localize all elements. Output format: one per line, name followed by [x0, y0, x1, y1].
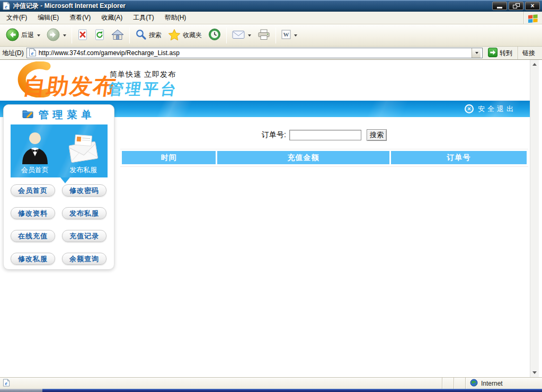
document-icon: e — [3, 379, 10, 388]
menu-file[interactable]: 文件(F) — [1, 11, 32, 24]
back-button[interactable]: 后退 — [3, 26, 43, 45]
refresh-button[interactable] — [91, 26, 108, 44]
window-title: 冲值记录 - Microsoft Internet Explorer — [13, 2, 491, 11]
search-label: 搜索 — [149, 31, 162, 40]
order-search-button[interactable]: 搜索 — [367, 129, 387, 141]
favorites-button[interactable]: 收藏夹 — [165, 26, 205, 44]
search-icon — [135, 29, 147, 42]
close-button[interactable]: × — [525, 2, 540, 10]
menu-tools[interactable]: 工具(T) — [128, 11, 159, 24]
menu-button-online-recharge[interactable]: 在线充值 — [11, 230, 55, 242]
logo-title: 自助发布 — [21, 72, 119, 101]
featured-label: 发布私服 — [69, 165, 97, 175]
scroll-up-button[interactable] — [530, 60, 539, 69]
menu-button-recharge-records[interactable]: 充值记录 — [62, 230, 106, 242]
forward-button[interactable] — [43, 26, 69, 45]
menu-favorites[interactable]: 收藏(A) — [96, 11, 128, 24]
go-button[interactable]: 转到 — [485, 47, 515, 59]
status-pane — [454, 378, 465, 389]
menu-button-balance-inquiry[interactable]: 余额查询 — [62, 253, 106, 265]
publish-envelope-icon — [67, 124, 100, 165]
stop-icon — [77, 29, 88, 42]
menu-button-member-home[interactable]: 会员首页 — [11, 184, 55, 197]
search-button[interactable]: 搜索 — [132, 26, 165, 44]
featured-menu-box: 会员首页 发布私服 — [11, 124, 108, 177]
favorites-label: 收藏夹 — [183, 31, 202, 40]
home-icon — [111, 29, 124, 42]
windows-logo-icon — [523, 12, 542, 24]
menu-button-edit-profile[interactable]: 修改资料 — [11, 207, 55, 219]
chevron-down-icon — [475, 52, 478, 54]
toolbar-separator — [129, 28, 130, 43]
address-label: 地址(D) — [2, 49, 24, 58]
page-icon: e — [29, 48, 37, 58]
logo-tagline: 简单快速 立即发布 — [110, 70, 176, 79]
menu-bar: 文件(F) 编辑(E) 查看(V) 收藏(A) 工具(T) 帮助(H) — [0, 12, 542, 24]
status-bar: e Internet — [0, 377, 542, 389]
panel-header: 管理菜单 — [4, 105, 114, 124]
header-order-number: 订单号 — [391, 151, 527, 164]
word-dropdown-icon — [294, 34, 297, 37]
menu-edit[interactable]: 编辑(E) — [32, 11, 64, 24]
mail-dropdown-icon — [248, 34, 251, 37]
featured-publish-server[interactable]: 发布私服 — [59, 124, 108, 177]
back-icon — [6, 28, 19, 43]
logout-x-icon: × — [465, 104, 474, 113]
stop-button[interactable] — [74, 26, 91, 44]
logo-subtitle: 管理平台 — [106, 79, 180, 100]
menu-button-publish-server[interactable]: 发布私服 — [62, 207, 106, 219]
order-search-row: 订单号: 搜索 — [120, 128, 528, 142]
globe-icon — [470, 379, 478, 388]
internet-zone-label: Internet — [481, 380, 503, 387]
arrow-down-icon — [532, 371, 537, 374]
taskbar-edge — [0, 389, 542, 392]
address-url[interactable]: http://www.374sf.com/gamevip/Recharge_Li… — [39, 49, 469, 57]
print-icon — [257, 29, 270, 42]
print-button[interactable] — [254, 26, 273, 44]
address-dropdown[interactable] — [472, 48, 481, 58]
menu-button-change-password[interactable]: 修改密码 — [62, 184, 106, 197]
recharge-table: 时间 充值金额 订单号 — [120, 149, 528, 167]
header-time: 时间 — [122, 151, 216, 164]
page-content: 自助发布 简单快速 立即发布 管理平台 × 安全退出 管理菜单 会员首页 — [0, 60, 542, 377]
scroll-down-button[interactable] — [530, 368, 539, 377]
toolbar-separator — [226, 28, 227, 43]
toolbar-separator — [276, 28, 276, 43]
vertical-scrollbar[interactable] — [530, 60, 539, 377]
menu-help[interactable]: 帮助(H) — [159, 11, 192, 24]
logout-label: 安全退出 — [478, 104, 516, 114]
forward-icon — [47, 28, 60, 43]
featured-member-home[interactable]: 会员首页 — [11, 124, 59, 177]
history-button[interactable] — [205, 26, 224, 44]
minimize-button[interactable] — [492, 2, 507, 10]
restore-button[interactable] — [509, 2, 523, 10]
address-input[interactable]: e http://www.374sf.com/gamevip/Recharge_… — [26, 48, 483, 58]
panel-title: 管理菜单 — [39, 108, 96, 122]
ie-app-icon: e — [2, 2, 11, 10]
svg-text:e: e — [5, 380, 7, 386]
browser-toolbar: 后退 搜索 收藏夹 — [0, 24, 542, 47]
mail-icon — [232, 30, 245, 41]
svg-text:e: e — [5, 4, 7, 10]
go-label: 转到 — [500, 49, 512, 58]
order-number-input[interactable] — [289, 130, 361, 140]
home-button[interactable] — [108, 26, 127, 44]
forward-dropdown-icon — [63, 34, 66, 37]
menu-button-edit-server[interactable]: 修改私服 — [11, 253, 55, 265]
svg-text:W: W — [283, 31, 289, 38]
word-edit-button[interactable]: W — [278, 28, 300, 43]
logout-button[interactable]: × 安全退出 — [465, 101, 516, 117]
go-icon — [488, 48, 497, 59]
menu-view[interactable]: 查看(V) — [64, 11, 96, 24]
title-bar: e 冲值记录 - Microsoft Internet Explorer × — [0, 0, 542, 12]
status-left-pane: e — [0, 378, 442, 389]
order-number-label: 订单号: — [262, 130, 286, 140]
management-menu-panel: 管理菜单 会员首页 发布私服 会员首页 修改密码 — [3, 104, 114, 270]
status-pane — [442, 378, 454, 389]
links-button[interactable]: 链接 — [518, 47, 540, 59]
svg-text:e: e — [31, 50, 33, 56]
featured-label: 会员首页 — [21, 165, 49, 175]
mail-button[interactable] — [229, 28, 254, 43]
folder-pencil-icon — [22, 109, 34, 120]
word-edit-icon: W — [281, 30, 291, 41]
